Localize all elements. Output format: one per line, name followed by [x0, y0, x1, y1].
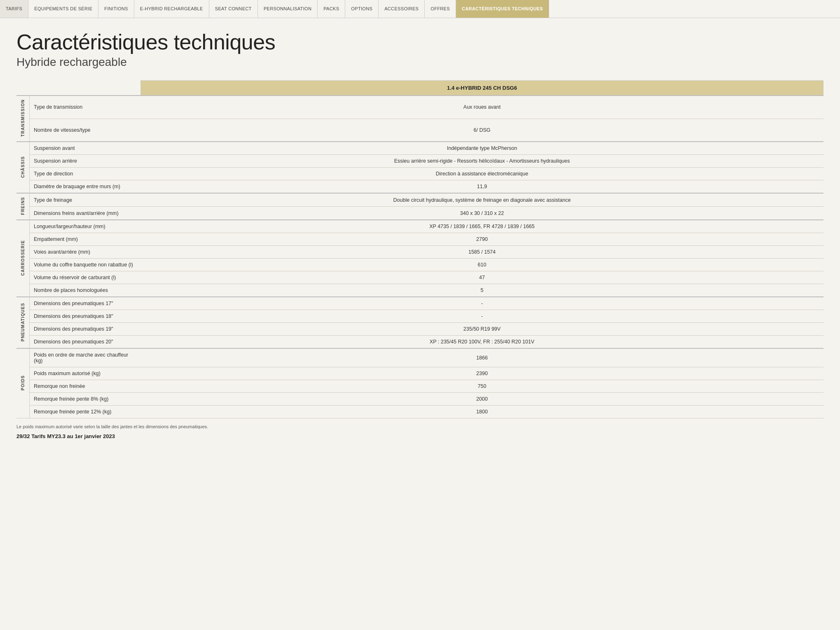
- row-label: Remorque non freinée: [30, 380, 141, 393]
- tech-table: 1.4 e-HYBRID 245 CH DSG6 TRANSMISSIONTyp…: [16, 80, 824, 418]
- row-value: 340 x 30 / 310 x 22: [141, 207, 824, 220]
- row-value: 47: [141, 271, 824, 284]
- row-value: 1585 / 1574: [141, 246, 824, 259]
- row-value: XP 4735 / 1839 / 1665, FR 4728 / 1839 / …: [141, 220, 824, 233]
- nav-item-finitions[interactable]: FINITIONS: [98, 0, 134, 18]
- row-label: Remorque freinée pente 12% (kg): [30, 406, 141, 418]
- row-label: Empattement (mm): [30, 233, 141, 246]
- row-label: Type de freinage: [30, 193, 141, 206]
- row-value: -: [141, 297, 824, 310]
- page-title: Caractéristiques techniques: [16, 30, 824, 54]
- row-value: Indépendante type McPherson: [141, 142, 824, 155]
- row-label: Poids en ordre de marche avec chauffeur …: [30, 348, 141, 367]
- row-label: Diamètre de braquage entre murs (m): [30, 180, 141, 194]
- row-label: Remorque freinée pente 8% (kg): [30, 393, 141, 406]
- page-subtitle: Hybride rechargeable: [16, 56, 824, 69]
- row-label: Dimensions des pneumatiques 20": [30, 336, 141, 349]
- row-value: Double circuit hydraulique, système de f…: [141, 193, 824, 206]
- row-value: Aux roues avant: [141, 96, 824, 119]
- column-header: 1.4 e-HYBRID 245 CH DSG6: [141, 81, 824, 96]
- row-value: -: [141, 310, 824, 323]
- footer-tarif: 29/32 Tarifs MY23.3 au 1er janvier 2023: [16, 433, 824, 439]
- row-label: Nombre de vitesses/type: [30, 119, 141, 142]
- nav-item-caractristiquestechniques[interactable]: CARACTÉRISTIQUES TECHNIQUES: [456, 0, 549, 18]
- row-label: Volume du coffre banquette non rabattue …: [30, 259, 141, 271]
- row-label: Suspension avant: [30, 142, 141, 155]
- main-content: Caractéristiques techniques Hybride rech…: [0, 18, 840, 452]
- footer-note: Le poids maximum autorisé varie selon la…: [16, 424, 824, 429]
- row-value: 2790: [141, 233, 824, 246]
- row-label: Nombre de places homologuées: [30, 284, 141, 297]
- section-label-freins: FREINS: [16, 193, 30, 220]
- nav-item-ehybridrechargeable[interactable]: e-HYBRID RECHARGEABLE: [134, 0, 209, 18]
- row-label: Dimensions des pneumatiques 19": [30, 323, 141, 336]
- nav-item-accessoires[interactable]: ACCESSOIRES: [379, 0, 425, 18]
- row-value: 1800: [141, 406, 824, 418]
- row-label: Voies avant/arrière (mm): [30, 246, 141, 259]
- row-value: 750: [141, 380, 824, 393]
- row-label: Type de transmission: [30, 96, 141, 119]
- row-label: Volume du réservoir de carburant (l): [30, 271, 141, 284]
- row-value: Essieu arrière semi-rigide - Ressorts hé…: [141, 155, 824, 168]
- top-navigation: TARIFSÉQUIPEMENTS DE SÉRIEFINITIONSe-HYB…: [0, 0, 840, 18]
- row-value: 6/ DSG: [141, 119, 824, 142]
- row-label: Dimensions freins avant/arrière (mm): [30, 207, 141, 220]
- row-value: XP : 235/45 R20 100V, FR : 255/40 R20 10…: [141, 336, 824, 349]
- nav-item-offres[interactable]: OFFRES: [425, 0, 456, 18]
- row-value: Direction à assistance électromécanique: [141, 168, 824, 180]
- row-value: 2000: [141, 393, 824, 406]
- nav-item-seatconnect[interactable]: SEAT CONNECT: [209, 0, 258, 18]
- nav-item-options[interactable]: OPTIONS: [345, 0, 379, 18]
- section-label-carrosserie: CARROSSERIE: [16, 220, 30, 297]
- row-label: Longueur/largeur/hauteur (mm): [30, 220, 141, 233]
- row-value: 235/50 R19 99V: [141, 323, 824, 336]
- row-value: 11,9: [141, 180, 824, 194]
- nav-item-personnalisation[interactable]: PERSONNALISATION: [258, 0, 318, 18]
- section-label-pneumatiques: PNEUMATIQUES: [16, 297, 30, 348]
- nav-item-quipementsdesrie[interactable]: ÉQUIPEMENTS DE SÉRIE: [28, 0, 98, 18]
- row-value: 610: [141, 259, 824, 271]
- section-label-poids: POIDS: [16, 348, 30, 418]
- row-label: Dimensions des pneumatiques 18": [30, 310, 141, 323]
- row-label: Dimensions des pneumatiques 17": [30, 297, 141, 310]
- section-label-transmission: TRANSMISSION: [16, 96, 30, 142]
- nav-item-tarifs[interactable]: TARIFS: [0, 0, 28, 18]
- row-label: Poids maximum autorisé (kg): [30, 367, 141, 380]
- row-value: 5: [141, 284, 824, 297]
- row-label: Suspension arrière: [30, 155, 141, 168]
- section-label-chassis: CHÂSSIS: [16, 142, 30, 193]
- row-value: 2390: [141, 367, 824, 380]
- nav-item-packs[interactable]: PACKS: [318, 0, 345, 18]
- row-label: Type de direction: [30, 168, 141, 180]
- row-value: 1866: [141, 348, 824, 367]
